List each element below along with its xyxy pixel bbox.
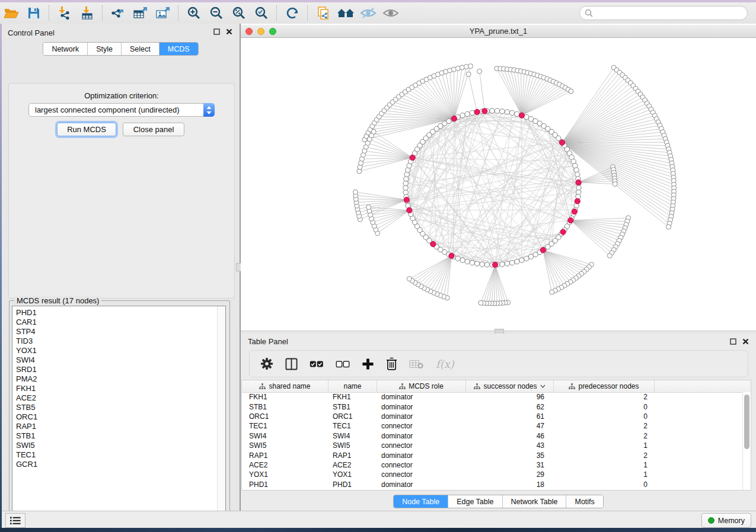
table-cell[interactable]: 2	[554, 422, 655, 430]
mcds-result-item[interactable]: SWI5	[16, 441, 225, 450]
table-cell[interactable]: 61	[466, 412, 554, 421]
table-cell[interactable]: dominator	[377, 393, 466, 401]
save-session-button[interactable]	[23, 4, 45, 22]
table-cell[interactable]: YOX1	[328, 470, 377, 479]
zoom-fit-button[interactable]	[228, 4, 250, 22]
mcds-result-item[interactable]: TID3	[16, 336, 225, 346]
table-cell[interactable]: 0	[554, 412, 655, 421]
table-cell[interactable]: SWI4	[242, 432, 328, 440]
table-cell[interactable]: TEC1	[242, 422, 328, 430]
mcds-result-item[interactable]: STP4	[16, 327, 225, 336]
close-panel-button[interactable]: Close panel	[123, 123, 184, 136]
table-cell[interactable]: dominator	[377, 403, 466, 411]
table-cell[interactable]: 96	[466, 393, 554, 401]
table-cell[interactable]: 1	[554, 461, 655, 469]
table-cell[interactable]: SWI4	[328, 432, 377, 440]
table-scrollbar-thumb[interactable]	[744, 395, 749, 449]
hide-selected-button[interactable]	[357, 4, 379, 22]
zoom-selected-button[interactable]	[250, 4, 273, 22]
tab-motifs[interactable]: Motifs	[566, 495, 602, 508]
table-cell[interactable]: TEC1	[328, 422, 377, 430]
network-canvas[interactable]	[241, 38, 756, 331]
deselect-all-icon[interactable]	[336, 360, 350, 368]
table-cell[interactable]: 2	[554, 393, 655, 401]
mcds-result-item[interactable]: SRD1	[16, 365, 225, 374]
table-cell[interactable]: 43	[466, 441, 554, 450]
mcds-result-item[interactable]: SWI4	[16, 355, 225, 365]
apply-layout-button[interactable]	[281, 4, 304, 22]
zoom-out-button[interactable]	[205, 4, 228, 22]
table-cell[interactable]: STB1	[328, 403, 377, 411]
mcds-result-item[interactable]: RAP1	[16, 422, 225, 431]
mcds-result-item[interactable]: FKH1	[16, 384, 225, 393]
export-network-button[interactable]	[107, 4, 129, 22]
table-row[interactable]: YOX1YOX1connector291	[242, 470, 743, 479]
table-cell[interactable]: dominator	[377, 451, 466, 460]
mcds-result-item[interactable]: GCR1	[16, 460, 225, 469]
float-panel-icon[interactable]	[213, 28, 220, 35]
table-cell[interactable]: 35	[466, 451, 554, 460]
table-row[interactable]: SWI4SWI4dominator462	[242, 431, 743, 441]
table-cell[interactable]: FKH1	[242, 393, 328, 401]
zoom-in-button[interactable]	[183, 4, 205, 22]
table-cell[interactable]: SWI5	[242, 441, 328, 450]
table-cell[interactable]: 31	[466, 461, 554, 469]
table-cell[interactable]: YOX1	[242, 470, 328, 479]
header-predecessor-nodes[interactable]: predecessor nodes	[554, 380, 655, 392]
table-row[interactable]: STB1STB1dominator620	[242, 402, 743, 411]
table-cell[interactable]: ACE2	[328, 461, 377, 469]
table-cell[interactable]: connector	[377, 470, 466, 479]
import-table-button[interactable]	[76, 4, 98, 22]
table-cell[interactable]: dominator	[377, 412, 466, 421]
run-mcds-button[interactable]: Run MCDS	[57, 123, 116, 136]
table-cell[interactable]: FKH1	[328, 393, 377, 401]
table-row[interactable]: PHD1PHD1dominator180	[242, 480, 743, 489]
mcds-result-list[interactable]: PHD1CAR1STP4TID3YOX1SWI4SRD1PMA2FKH1ACE2…	[12, 306, 226, 517]
table-row[interactable]: TEC1TEC1connector472	[242, 421, 743, 431]
header-name[interactable]: name	[328, 380, 377, 392]
add-column-plus-icon[interactable]	[362, 358, 374, 370]
export-image-button[interactable]	[152, 4, 174, 22]
mcds-result-item[interactable]: ORC1	[16, 412, 225, 422]
table-row[interactable]: RAP1RAP1dominator352	[242, 450, 743, 460]
mcds-result-item[interactable]: ACE2	[16, 393, 225, 403]
table-settings-gear-icon[interactable]	[260, 357, 273, 370]
table-cell[interactable]: PHD1	[328, 480, 377, 489]
table-cell[interactable]: 0	[554, 403, 655, 411]
table-cell[interactable]: RAP1	[328, 451, 377, 460]
table-row[interactable]: ACE2ACE2connector311	[242, 460, 743, 470]
import-network-button[interactable]	[53, 4, 76, 22]
table-cell[interactable]: ORC1	[242, 412, 328, 421]
table-cell[interactable]: connector	[377, 422, 466, 430]
tab-network[interactable]: Network	[43, 43, 87, 55]
table-scrollbar[interactable]	[742, 392, 751, 490]
mcds-result-item[interactable]: PHD1	[16, 308, 225, 318]
table-cell[interactable]: STB1	[242, 403, 328, 411]
table-cell[interactable]: PHD1	[242, 480, 328, 489]
table-cell[interactable]: ORC1	[328, 412, 377, 421]
table-cell[interactable]: 46	[466, 432, 554, 440]
table-cell[interactable]: ACE2	[242, 461, 328, 469]
delete-column-trash-icon[interactable]	[386, 357, 397, 370]
search-input[interactable]	[596, 8, 742, 18]
table-cell[interactable]: 2	[554, 432, 655, 440]
memory-button[interactable]: Memory	[701, 513, 751, 528]
table-cell[interactable]: 1	[554, 470, 655, 479]
mcds-result-item[interactable]: STB5	[16, 403, 225, 412]
header-mcds-role[interactable]: MCDS role	[377, 380, 466, 392]
table-cell[interactable]: 29	[466, 470, 554, 479]
table-cell[interactable]: 1	[554, 441, 655, 450]
tab-network-table[interactable]: Network Table	[502, 495, 566, 508]
table-cell[interactable]: 18	[466, 480, 554, 489]
table-cell[interactable]: connector	[377, 461, 466, 469]
tab-edge-table[interactable]: Edge Table	[448, 495, 502, 508]
network-graph[interactable]	[241, 38, 756, 331]
tab-select[interactable]: Select	[121, 43, 159, 55]
table-cell[interactable]: dominator	[377, 432, 466, 440]
open-file-button[interactable]	[0, 4, 23, 22]
select-all-icon[interactable]	[310, 360, 324, 368]
search-field[interactable]	[579, 6, 748, 20]
table-row[interactable]: FKH1FKH1dominator962	[242, 392, 743, 402]
show-all-button[interactable]	[379, 4, 402, 22]
column-chooser-icon[interactable]	[285, 358, 298, 370]
